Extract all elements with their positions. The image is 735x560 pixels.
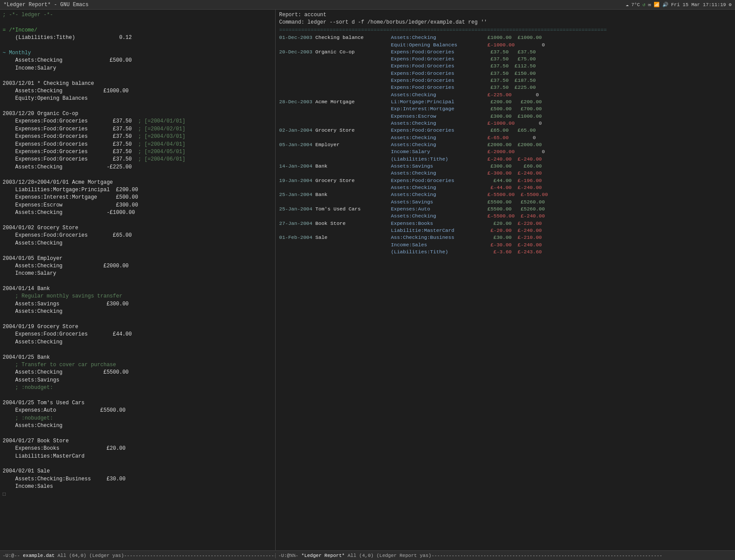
title-bar-left: *Ledger Report* - GNU Emacs <box>4 2 88 8</box>
temperature: 7°C <box>631 2 640 7</box>
report-title: Report: account <box>279 11 732 19</box>
mail-icon[interactable]: ✉ <box>648 2 651 7</box>
settings-icon[interactable]: ⚙ <box>728 2 732 7</box>
status-left-text: -U:@-- example.dat All (64,0) (Ledger ya… <box>3 553 276 558</box>
left-pane: ; -*- ledger -*- = /*Income/ (Liabilitie… <box>0 10 276 550</box>
title-bar-right: ☁ 7°C ↺ ✉ 📶 🔊 Fri 15 Mar 17:11:19 ⚙ <box>626 2 732 7</box>
status-right-text: -U:@%%- *Ledger Report* All (4,0) (Ledge… <box>278 553 662 558</box>
window-title: *Ledger Report* - GNU Emacs <box>4 2 88 8</box>
divider: ========================================… <box>279 27 732 34</box>
status-bar: -U:@-- example.dat All (64,0) (Ledger ya… <box>0 550 735 560</box>
main-container: ; -*- ledger -*- = /*Income/ (Liabilitie… <box>0 10 735 550</box>
right-pane: Report: account Command: ledger --sort d… <box>276 10 735 550</box>
status-right: -U:@%%- *Ledger Report* All (4,0) (Ledge… <box>276 553 735 558</box>
report-header: Report: account Command: ledger --sort d… <box>279 11 732 34</box>
title-bar: *Ledger Report* - GNU Emacs ☁ 7°C ↺ ✉ 📶 … <box>0 0 735 10</box>
cloud-icon: ☁ <box>626 2 629 7</box>
command-line: Command: ledger --sort d -f /home/borbus… <box>279 19 732 26</box>
ledger-report-content: 01-Dec-2003 Checking balance Assets:Chec… <box>279 34 732 256</box>
status-left: -U:@-- example.dat All (64,0) (Ledger ya… <box>0 553 276 558</box>
network-icon: 📶 <box>654 2 660 7</box>
ledger-source: ; -*- ledger -*- = /*Income/ (Liabilitie… <box>3 11 273 498</box>
refresh-icon[interactable]: ↺ <box>643 2 646 7</box>
datetime: Fri 15 Mar 17:11:19 <box>671 2 726 7</box>
volume-icon: 🔊 <box>662 2 668 7</box>
